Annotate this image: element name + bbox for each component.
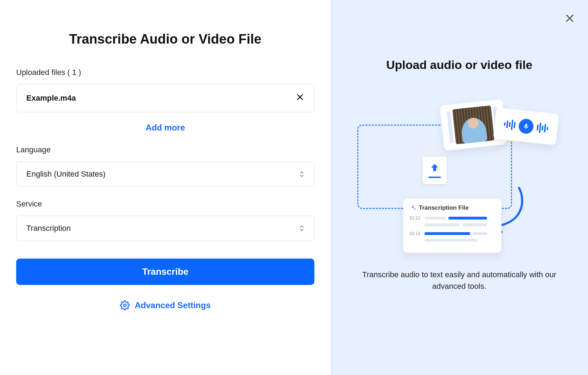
add-more-link[interactable]: Add more [146,123,185,132]
upload-arrow-icon [422,156,447,184]
right-panel: Upload audio or video file [331,0,588,375]
page-title: Transcribe Audio or Video File [69,32,262,47]
timestamp: 01:13 [410,231,422,236]
timestamp: 01:12 [410,216,422,221]
uploaded-files-label: Uploaded files ( 1 ) [16,68,314,77]
transcribe-button[interactable]: Transcribe [16,259,314,285]
service-value: Transcription [26,224,71,233]
audio-card [493,107,559,145]
left-panel: Transcribe Audio or Video File Uploaded … [0,0,331,375]
right-title: Upload audio or video file [386,58,532,72]
transcription-card-title: Transcription File [419,204,469,211]
mic-icon [518,118,534,134]
advanced-settings-link[interactable]: Advanced Settings [120,300,211,310]
advanced-settings-label: Advanced Settings [135,300,211,310]
transcription-card: Transcription File 01:12 01:13 [403,198,501,253]
waveform-icon [503,117,516,132]
language-label: Language [16,145,314,154]
close-icon [296,93,304,101]
remove-file-button[interactable] [296,93,304,103]
chevron-updown-icon [299,225,304,232]
language-select[interactable]: English (United States) [16,161,314,187]
gear-icon [120,300,130,310]
service-label: Service [16,199,314,209]
right-description: Transcribe audio to text easily and auto… [354,269,565,292]
close-button[interactable] [562,11,577,26]
svg-point-2 [123,304,126,307]
close-icon [564,13,575,24]
uploaded-file-row: Example.m4a [16,84,314,112]
illustration: Transcription File 01:12 01:13 [357,89,561,255]
uploaded-count: ( 1 ) [68,68,81,77]
sparkle-icon [410,205,416,211]
form-block: Uploaded files ( 1 ) Example.m4a Add mor… [16,68,314,310]
service-select[interactable]: Transcription [16,216,314,241]
file-name: Example.m4a [26,94,76,103]
language-value: English (United States) [26,170,106,179]
chevron-updown-icon [299,171,304,178]
waveform-icon [536,120,549,135]
